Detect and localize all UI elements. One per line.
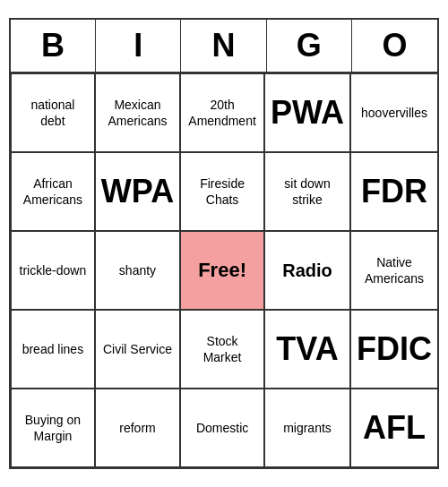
- bingo-cell-3-2: Stock Market: [180, 310, 264, 389]
- bingo-cell-0-2: 20th Amendment: [180, 73, 264, 152]
- bingo-cell-0-4: hoovervilles: [350, 73, 437, 152]
- header-letter: O: [352, 20, 437, 72]
- bingo-cell-0-0: national debt: [11, 73, 95, 152]
- bingo-cell-4-1: reform: [95, 389, 180, 467]
- bingo-cell-1-4: FDR: [350, 152, 437, 231]
- bingo-cell-2-4: Native Americans: [350, 231, 437, 310]
- bingo-cell-4-2: Domestic: [180, 389, 264, 467]
- bingo-header: BINGO: [11, 20, 437, 73]
- bingo-cell-4-0: Buying on Margin: [11, 389, 95, 467]
- bingo-cell-0-1: Mexican Americans: [95, 73, 180, 152]
- header-letter: G: [267, 20, 352, 72]
- bingo-cell-1-2: Fireside Chats: [180, 152, 264, 231]
- bingo-cell-2-3: Radio: [264, 231, 350, 310]
- bingo-cell-3-0: bread lines: [11, 310, 95, 389]
- bingo-cell-4-4: AFL: [350, 389, 437, 467]
- bingo-cell-2-1: shanty: [95, 231, 180, 310]
- bingo-cell-2-2: Free!: [180, 231, 264, 310]
- bingo-cell-3-3: TVA: [264, 310, 350, 389]
- bingo-cell-1-3: sit down strike: [264, 152, 350, 231]
- bingo-grid: national debtMexican Americans20th Amend…: [11, 73, 437, 467]
- bingo-cell-1-1: WPA: [95, 152, 180, 231]
- bingo-cell-2-0: trickle-down: [11, 231, 95, 310]
- bingo-cell-3-4: FDIC: [350, 310, 437, 389]
- bingo-cell-3-1: Civil Service: [95, 310, 180, 389]
- header-letter: N: [181, 20, 266, 72]
- header-letter: I: [96, 20, 181, 72]
- header-letter: B: [11, 20, 96, 72]
- bingo-cell-4-3: migrants: [264, 389, 350, 467]
- bingo-cell-0-3: PWA: [264, 73, 350, 152]
- bingo-cell-1-0: African Americans: [11, 152, 95, 231]
- bingo-card: BINGO national debtMexican Americans20th…: [9, 18, 439, 469]
